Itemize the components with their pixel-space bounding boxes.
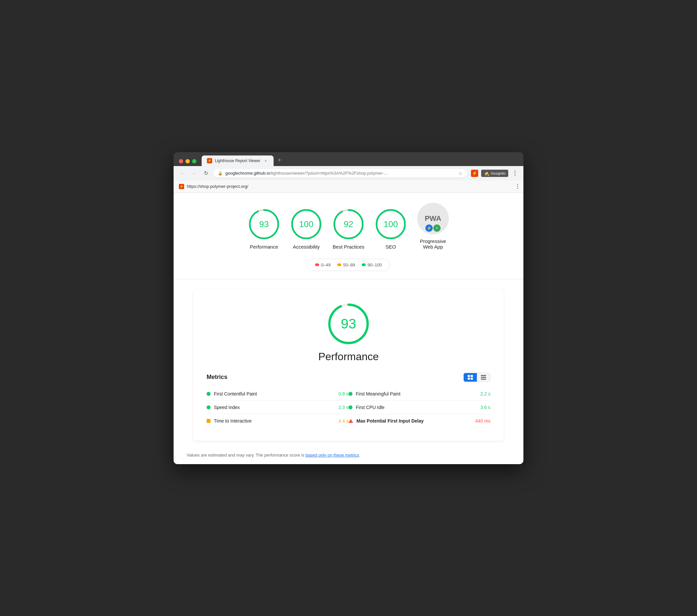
detail-performance-score: 93 [341,316,356,332]
fmp-value: 2.2 s [480,391,490,396]
legend-pass-range: 90–100 [368,262,382,267]
best-practices-score: 92 [344,219,354,229]
address-url: googlechrome.github.io/lighthouse/viewer… [225,171,453,176]
tab-title: Lighthouse Report Viewer [215,159,261,163]
tti-indicator [207,419,210,423]
performance-score: 93 [259,219,269,229]
svg-rect-15 [481,377,486,378]
svg-rect-12 [468,378,470,380]
toggle-grid-view[interactable] [464,373,477,382]
active-tab[interactable]: ⚡ Lighthouse Report Viewer × [202,156,273,166]
tti-name: Time to Interactive [214,418,335,424]
new-tab-button[interactable]: + [275,157,284,166]
legend-fail: 0–49 [315,262,331,267]
pwa-circle[interactable]: PWA ⚡ + [417,203,449,234]
accessibility-label: Accessibility [293,244,320,250]
legend-fail-range: 0–49 [321,262,331,267]
metrics-note-link[interactable]: based only on these metrics [306,453,359,457]
legend-pass-dot [362,263,366,266]
address-bar[interactable]: 🔒 googlechrome.github.io/lighthouse/view… [213,169,467,178]
back-button[interactable]: ← [178,169,187,178]
svg-rect-14 [481,375,486,376]
score-item-best-practices: 92 Best Practices [333,208,364,250]
detail-section-title: Performance [318,351,379,363]
window-controls [179,159,196,166]
score-legend: 0–49 50–89 90–100 [307,259,390,271]
metric-fmp: First Meaningful Paint 2.2 s [348,387,490,401]
fmp-name: First Meaningful Paint [356,391,477,396]
fmp-indicator [348,392,353,396]
svg-rect-13 [471,378,473,380]
best-practices-circle[interactable]: 92 [333,208,364,240]
metric-tti: Time to Interactive 4.4 s [207,414,348,427]
svg-rect-11 [471,375,473,377]
legend-pass: 90–100 [362,262,382,267]
tab-close-button[interactable]: × [263,158,268,163]
pwa-badges: ⚡ + [425,224,441,232]
pwa-icon-text: PWA [425,214,441,223]
accessibility-score: 100 [299,219,313,229]
detail-container: 93 Performance Metrics [174,279,523,441]
pwa-badge-plus: + [433,224,441,232]
score-item-seo: 100 SEO [375,208,406,250]
score-item-pwa: PWA ⚡ + ProgressiveWeb App [417,203,449,250]
si-value: 2.3 s [339,405,348,410]
fci-value: 3.6 s [480,405,490,410]
content-area: 93 Performance 100 Accessibility [174,193,523,464]
incognito-badge: 🕵️ Incognito [481,170,508,177]
lighthouse-favicon: ⚡ [207,158,212,163]
site-favicon: ⚡ [179,184,184,189]
detail-score-container: 93 Performance [207,303,490,363]
forward-button[interactable]: → [190,169,199,178]
svg-rect-10 [468,375,470,377]
fcp-value: 0.8 s [339,391,348,396]
chrome-navbar: ← → ↻ 🔒 googlechrome.github.io/lighthous… [174,166,523,180]
mpfid-name: Max Potential First Input Delay [356,418,472,424]
best-practices-label: Best Practices [333,244,364,250]
tti-value: 4.4 s [339,418,348,424]
site-info-bar: ⚡ https://shop.polymer-project.org/ [174,180,523,193]
url-origin: googlechrome.github.io [225,171,270,176]
site-info-menu[interactable] [517,184,518,189]
metric-si: Speed Index 2.3 s [207,401,348,414]
lighthouse-extension-icon[interactable]: ⚡ [470,169,479,178]
chrome-menu-button[interactable] [510,169,519,178]
legend-average: 50–89 [337,262,355,267]
maximize-dot[interactable] [192,159,196,163]
metrics-note-text: Values are estimated and may vary. The p… [187,453,306,457]
incognito-label: Incognito [491,171,506,175]
minimize-dot[interactable] [186,159,190,163]
summary-section: 93 Performance 100 Accessibility [174,193,523,279]
lock-icon: 🔒 [218,171,223,176]
toggle-list-view[interactable] [477,373,490,382]
metrics-title: Metrics [207,374,227,381]
accessibility-circle[interactable]: 100 [291,208,322,240]
performance-circle[interactable]: 93 [248,208,280,240]
performance-label: Performance [250,244,278,250]
seo-circle[interactable]: 100 [375,208,406,240]
svg-rect-16 [481,379,486,380]
legend-fail-dot [315,263,319,266]
reload-button[interactable]: ↻ [201,169,210,178]
legend-average-range: 50–89 [343,262,355,267]
bookmark-icon[interactable]: ☆ [458,171,463,176]
detail-score-circle: 93 [327,303,370,345]
url-path: /lighthouse/viewer/?psiurl=https%3A%2F%2… [270,171,387,176]
browser-window: ⚡ Lighthouse Report Viewer × + ← → ↻ 🔒 g… [174,152,523,464]
metric-fcp: First Contentful Paint 0.8 s [207,387,348,401]
score-item-performance: 93 Performance [248,208,280,250]
metrics-header: Metrics [207,373,490,382]
performance-detail: 93 Performance Metrics [193,289,504,441]
scores-row: 93 Performance 100 Accessibility [248,203,449,250]
view-toggle[interactable] [463,373,490,382]
metrics-note: Values are estimated and may vary. The p… [174,447,523,464]
si-indicator [207,406,210,409]
metrics-grid: First Contentful Paint 0.8 s First Meani… [207,387,490,427]
fci-name: First CPU Idle [356,405,477,410]
legend-average-dot [337,263,341,266]
close-dot[interactable] [179,159,183,163]
seo-label: SEO [385,244,396,250]
nav-extras: ⚡ 🕵️ Incognito [470,169,519,178]
mpfid-value: 440 ms [475,418,490,424]
metric-mpfid: Max Potential First Input Delay 440 ms [348,414,490,427]
